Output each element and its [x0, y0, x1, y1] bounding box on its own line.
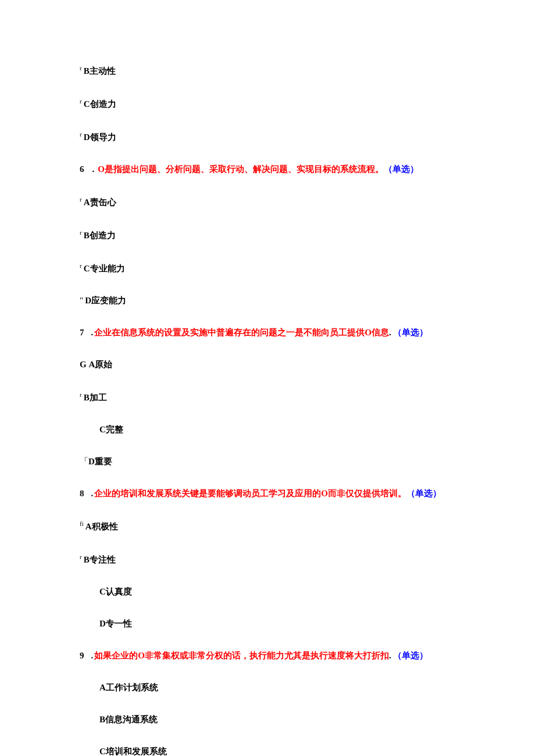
question-number: 6 — [80, 164, 84, 174]
option-text: 创造力 — [90, 99, 116, 109]
option-letter: C — [84, 99, 90, 109]
option-text: 积极性 — [92, 522, 118, 531]
option-letter: A — [84, 198, 90, 207]
option-letter: C — [84, 264, 90, 273]
option-marker-big: G — [80, 360, 87, 369]
option: G A原始 — [80, 359, 455, 371]
question-tag: （单选） — [384, 164, 419, 174]
option: rC创造力 — [80, 97, 455, 110]
option-marker-big: 「 — [80, 457, 88, 466]
option: rB创造力 — [80, 228, 455, 242]
dot: . — [92, 164, 95, 174]
option-text: 加工 — [90, 393, 107, 402]
option-letter: D — [99, 619, 106, 628]
option-text: 创造力 — [90, 231, 116, 240]
option: 「D重要 — [80, 456, 455, 468]
document-body: rB主动性 rC创造力 rD领导力 6.O是指提出问题、分析问题、采取行动、解决… — [80, 64, 455, 756]
option: C认真度 — [80, 586, 455, 598]
option: D专一性 — [80, 618, 455, 630]
option-letter: C — [99, 587, 106, 596]
punct: . — [389, 328, 391, 337]
question-7: 7.企业在信息系统的设置及实施中普遍存在的问题之一是不能向员工提供O信息. （单… — [80, 327, 455, 339]
punct: . — [389, 651, 391, 660]
option-letter: B — [84, 555, 90, 564]
option: C完整 — [80, 424, 455, 436]
option-letter: D — [88, 457, 95, 466]
option-text: 专注性 — [90, 555, 116, 564]
option: rD领导力 — [80, 130, 455, 144]
option-letter: A — [85, 522, 92, 531]
option-text: 原始 — [95, 360, 112, 369]
option-marker: " — [80, 296, 83, 305]
option: rB专注性 — [80, 553, 455, 566]
question-tag: （单选） — [406, 489, 441, 498]
option-marker: r — [80, 262, 82, 269]
option-marker: r — [80, 65, 82, 71]
option-marker: r — [80, 229, 82, 236]
option-text: 应变能力 — [91, 296, 126, 305]
option-letter: C — [99, 747, 106, 756]
question-number: 8 — [80, 489, 84, 498]
question-6: 6.O是指提出问题、分析问题、采取行动、解决问题、实现目标的系统流程。（单选） — [80, 163, 455, 175]
dot: . — [91, 489, 94, 498]
option: B信息沟通系统 — [80, 714, 455, 726]
option-letter: B — [84, 231, 90, 240]
option-letter: A — [99, 683, 106, 692]
option: rB主动性 — [80, 64, 455, 77]
option-text: 责缶心 — [90, 198, 116, 207]
dot: . — [91, 651, 94, 660]
option-marker: r — [80, 196, 82, 203]
question-tag: （单选） — [393, 651, 428, 660]
option-text: 认真度 — [106, 587, 132, 596]
option-letter: A — [88, 360, 95, 369]
option-letter: C — [99, 425, 106, 434]
question-number: 9 — [80, 651, 84, 660]
question-stem: 企业的培训和发展系统关键是要能够调动员工学习及应用的O而非仅仅提供培训。 — [94, 489, 406, 498]
dot: . — [91, 328, 94, 337]
option-marker: fi — [80, 520, 84, 527]
option: rC专业能力 — [80, 261, 455, 275]
question-stem: 如果企业的O非常集权或非常分权的话，执行能力尤其是执行速度将大打折扣 — [94, 651, 389, 660]
option-text: 专一性 — [106, 619, 132, 628]
option-marker: r — [80, 391, 82, 398]
question-8: 8.企业的培训和发展系统关键是要能够调动员工学习及应用的O而非仅仅提供培训。（单… — [80, 488, 455, 500]
option-marker: r — [80, 98, 82, 105]
question-number: 7 — [80, 328, 84, 337]
option-text: 工作计划系统 — [106, 683, 158, 692]
option-text: 领导力 — [90, 132, 116, 142]
option-text: 重要 — [95, 457, 112, 466]
question-stem: O是指提出问题、分析问题、采取行动、解决问题、实现目标的系统流程。 — [98, 164, 384, 174]
option-letter: B — [99, 715, 105, 724]
option: fiA积极性 — [80, 519, 455, 533]
option-letter: D — [84, 132, 90, 142]
option: rB加工 — [80, 390, 455, 404]
question-tag: （单选） — [393, 328, 428, 337]
option-text: 信息沟通系统 — [105, 715, 158, 724]
option-text: 完整 — [106, 425, 123, 434]
option: A工作计划系统 — [80, 682, 455, 694]
question-9: 9.如果企业的O非常集权或非常分权的话，执行能力尤其是执行速度将大打折扣. （单… — [80, 650, 455, 662]
option: rA责缶心 — [80, 195, 455, 209]
option: "D应变能力 — [80, 295, 455, 307]
option-letter: B — [84, 66, 90, 76]
question-stem: 企业在信息系统的设置及实施中普遍存在的问题之一是不能向员工提供O信息 — [94, 328, 389, 337]
option-text: 专业能力 — [90, 264, 125, 273]
option-letter: B — [84, 393, 90, 402]
option-text: 主动性 — [90, 66, 116, 76]
option: C培训和发展系统 — [80, 746, 455, 756]
option-letter: D — [85, 296, 91, 305]
option-marker: r — [80, 131, 82, 138]
option-marker: r — [80, 553, 82, 560]
option-text: 培训和发展系统 — [106, 747, 167, 756]
